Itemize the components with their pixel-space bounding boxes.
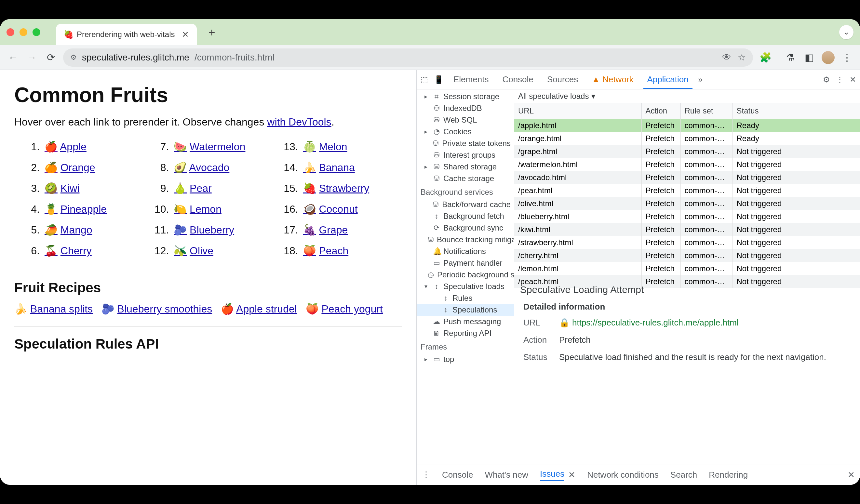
back-button[interactable]: ← [6,51,19,64]
fruit-link[interactable]: Cherry [60,245,92,257]
new-tab-button[interactable]: ＋ [205,25,219,39]
filter-bar[interactable]: All speculative loads ▾ [514,89,860,103]
fruit-link[interactable]: Avocado [189,162,229,173]
fruit-link[interactable]: Kiwi [60,183,80,194]
close-tab-button[interactable]: ✕ [182,30,189,40]
table-row[interactable]: /lemon.htmlPrefetchcommon-…Not triggered [514,262,860,275]
fruit-link[interactable]: Melon [319,141,347,153]
th-url[interactable]: URL [514,103,642,119]
table-row[interactable]: /strawberry.htmlPrefetchcommon-…Not trig… [514,236,860,249]
drawer-tab[interactable]: What's new [485,470,528,480]
recipe-link[interactable]: Blueberry smoothies [117,303,212,315]
drawer-tab[interactable]: Search [670,470,697,480]
th-status[interactable]: Status [733,103,860,119]
sidebar-item[interactable]: ↕Background fetch [417,211,514,222]
side-panel-button[interactable]: ◧ [803,51,816,64]
table-row[interactable]: /grape.htmlPrefetchcommon-…Not triggered [514,145,860,158]
table-row[interactable]: /cherry.htmlPrefetchcommon-…Not triggere… [514,249,860,262]
devtools-link[interactable]: with DevTools [267,116,331,128]
table-row[interactable]: /blueberry.htmlPrefetchcommon-…Not trigg… [514,210,860,223]
sidebar-item[interactable]: ▸◔Cookies [417,126,514,138]
detail-url-value[interactable]: 🔒https://speculative-rules.glitch.me/app… [559,318,854,328]
fruit-link[interactable]: Strawberry [319,183,369,194]
chrome-menu-button[interactable]: ⋮ [841,51,854,64]
sidebar-item[interactable]: ▸▭top [417,354,514,365]
sidebar-item[interactable]: ↕Rules [417,292,514,304]
sidebar-item[interactable]: ▸⌗Session storage [417,91,514,102]
sidebar-item[interactable]: ▾↕Speculative loads [417,280,514,292]
fruit-link[interactable]: Pear [190,183,212,194]
sidebar-item[interactable]: 🔔Notifications [417,245,514,257]
sidebar-item[interactable]: ◷Periodic background sync [417,269,514,280]
drawer-tab[interactable]: Network conditions [587,470,659,480]
drawer-tab[interactable]: Rendering [709,470,748,480]
fruit-link[interactable]: Orange [60,162,95,173]
close-devtools-button[interactable]: ✕ [850,75,856,84]
more-tabs-button[interactable]: » [698,75,703,84]
inspect-icon[interactable]: ⬚ [420,75,428,84]
recipe-link[interactable]: Banana splits [30,303,93,315]
browser-tab[interactable]: 🍓 Prerendering with web-vitals ✕ [56,24,197,45]
table-row[interactable]: /olive.htmlPrefetchcommon-…Not triggered [514,197,860,210]
sidebar-item[interactable]: ▭Payment handler [417,257,514,269]
sidebar-item[interactable]: ⛁Bounce tracking mitigation [417,234,514,245]
address-bar[interactable]: ⚙ speculative-rules.glitch.me/common-fru… [63,48,753,67]
close-drawer-tab-button[interactable]: ✕ [568,470,575,480]
tab-sources[interactable]: Sources [543,70,582,89]
settings-icon[interactable]: ⚙ [823,75,830,84]
tab-application[interactable]: Application [643,70,692,89]
fruit-link[interactable]: Blueberry [190,224,234,236]
fruit-link[interactable]: Apple [60,141,87,153]
th-ruleset[interactable]: Rule set [681,103,733,119]
tab-dropdown-button[interactable]: ⌄ [839,25,854,39]
table-row[interactable]: /apple.htmlPrefetchcommon-…Ready [514,119,860,132]
maximize-window-button[interactable] [32,28,40,36]
sidebar-item[interactable]: ☁Push messaging [417,316,514,328]
labs-button[interactable]: ⚗ [784,51,797,64]
drawer-tab[interactable]: Issues [540,469,564,481]
fruit-link[interactable]: Olive [190,245,213,257]
fruit-link[interactable]: Watermelon [190,141,245,153]
devtools-menu-button[interactable]: ⋮ [836,75,844,84]
table-row[interactable]: /pear.htmlPrefetchcommon-…Not triggered [514,184,860,197]
sidebar-item[interactable]: 🗎Reporting API [417,328,514,339]
extensions-button[interactable]: 🧩 [759,51,772,64]
close-window-button[interactable] [6,28,14,36]
table-row[interactable]: /orange.htmlPrefetchcommon-…Ready [514,132,860,145]
drawer-tab[interactable]: Console [442,470,473,480]
device-toggle-icon[interactable]: 📱 [434,75,444,84]
profile-avatar[interactable] [822,51,835,64]
sidebar-item[interactable]: ⛁Interest groups [417,149,514,161]
recipe-link[interactable]: Peach yogurt [321,303,383,315]
sidebar-item[interactable]: ↕Speculations [417,304,514,316]
fruit-link[interactable]: Mango [60,224,92,236]
fruit-link[interactable]: Pineapple [60,203,107,215]
close-drawer-button[interactable]: ✕ [848,470,855,480]
fruit-link[interactable]: Peach [319,245,348,257]
recipe-link[interactable]: Apple strudel [236,303,297,315]
sidebar-item[interactable]: ⛁Web SQL [417,114,514,126]
th-action[interactable]: Action [642,103,681,119]
table-row[interactable]: /watermelon.htmlPrefetchcommon-…Not trig… [514,158,860,171]
fruit-link[interactable]: Coconut [319,203,357,215]
fruit-link[interactable]: Banana [319,162,355,173]
drawer-menu-button[interactable]: ⋮ [422,470,430,480]
bookmark-icon[interactable]: ☆ [738,52,746,63]
sidebar-item[interactable]: ⟳Background sync [417,222,514,234]
sidebar-item[interactable]: ▸⛁Shared storage [417,161,514,173]
visibility-icon[interactable]: 👁 [722,52,731,63]
tab-elements[interactable]: Elements [449,70,492,89]
sidebar-item[interactable]: ⛁Private state tokens [417,138,514,149]
table-row[interactable]: /kiwi.htmlPrefetchcommon-…Not triggered [514,223,860,236]
table-row[interactable]: /avocado.htmlPrefetchcommon-…Not trigger… [514,171,860,184]
tab-network[interactable]: ▲ Network [588,70,637,89]
fruit-link[interactable]: Lemon [190,203,221,215]
forward-button[interactable]: → [25,51,38,64]
fruit-link[interactable]: Grape [319,224,348,236]
reload-button[interactable]: ⟳ [44,51,57,64]
site-info-icon[interactable]: ⚙ [70,53,77,62]
minimize-window-button[interactable] [19,28,27,36]
sidebar-item[interactable]: ⛁Back/forward cache [417,199,514,211]
sidebar-item[interactable]: ⛁Cache storage [417,173,514,184]
sidebar-item[interactable]: ⛁IndexedDB [417,102,514,114]
